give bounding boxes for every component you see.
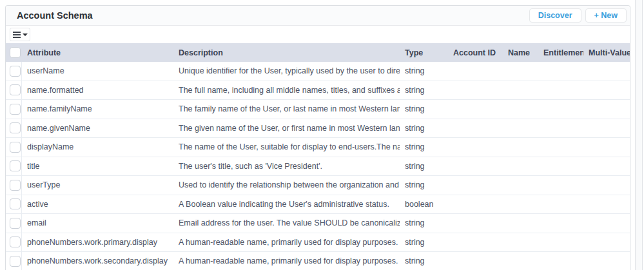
cell-multi-valued [583, 214, 630, 233]
cell-multi-valued [583, 195, 630, 214]
cell-type: string [400, 176, 448, 195]
cell-account-id [448, 233, 503, 252]
cell-account-id [448, 214, 503, 233]
cell-type: string [400, 119, 448, 138]
cell-multi-valued [583, 119, 630, 138]
cell-attribute: displayName [22, 138, 173, 157]
page-title: Account Schema [17, 10, 93, 21]
cell-name [503, 119, 538, 138]
cell-account-id [448, 119, 503, 138]
cell-account-id [448, 252, 503, 270]
cell-multi-valued [583, 81, 630, 100]
cell-entitlement [538, 62, 583, 81]
table-row[interactable]: userNameUnique identifier for the User, … [6, 62, 630, 81]
table-row[interactable]: emailEmail address for the user. The val… [6, 214, 630, 233]
column-header-description[interactable]: Description [173, 43, 400, 62]
cell-attribute: email [22, 214, 173, 233]
cell-description: Unique identifier for the User, typicall… [173, 62, 400, 81]
cell-description: The full name, including all middle name… [173, 81, 400, 100]
column-header-multi-valued[interactable]: Multi-Valued.. [583, 43, 630, 62]
vertical-scrollbar[interactable] [635, 0, 643, 270]
row-checkbox[interactable] [10, 218, 21, 229]
new-button[interactable]: + New [585, 8, 627, 23]
cell-entitlement [538, 176, 583, 195]
row-checkbox[interactable] [10, 256, 21, 267]
cell-entitlement [538, 81, 583, 100]
cell-name [503, 214, 538, 233]
cell-name [503, 157, 538, 176]
table-row[interactable]: displayNameThe name of the User, suitabl… [6, 138, 630, 157]
cell-multi-valued [583, 62, 630, 81]
discover-button[interactable]: Discover [529, 8, 581, 23]
cell-attribute: active [22, 195, 173, 214]
table-header-row: Attribute Description Type Account ID Na… [6, 43, 630, 62]
account-schema-card: Account Schema Discover + New Attribute … [5, 5, 630, 270]
select-all-checkbox[interactable] [10, 47, 21, 58]
row-checkbox[interactable] [10, 104, 21, 115]
table-row[interactable]: name.familyNameThe family name of the Us… [6, 100, 630, 119]
table-body: userNameUnique identifier for the User, … [6, 62, 630, 270]
cell-multi-valued [583, 176, 630, 195]
table-row[interactable]: phoneNumbers.work.secondary.displayA hum… [6, 252, 630, 270]
cell-entitlement [538, 195, 583, 214]
table-row[interactable]: phoneNumbers.work.primary.displayA human… [6, 233, 630, 253]
cell-name [503, 100, 538, 119]
row-checkbox[interactable] [10, 122, 21, 133]
row-checkbox[interactable] [10, 84, 21, 95]
cell-attribute: phoneNumbers.work.primary.display [22, 233, 173, 252]
cell-account-id [448, 138, 503, 157]
column-header-name[interactable]: Name [503, 43, 538, 62]
column-header-type[interactable]: Type [400, 43, 448, 62]
row-checkbox[interactable] [10, 236, 21, 247]
row-checkbox-cell [6, 81, 22, 100]
row-checkbox-cell [6, 157, 22, 176]
cell-description: Email address for the user. The value SH… [173, 214, 400, 233]
cell-multi-valued [583, 157, 630, 176]
table-row[interactable]: titleThe user's title, such as 'Vice Pre… [6, 157, 630, 177]
list-options-button[interactable] [10, 28, 30, 41]
cell-entitlement [538, 138, 583, 157]
cell-multi-valued [583, 252, 630, 270]
cell-type: string [400, 214, 448, 233]
cell-entitlement [538, 214, 583, 233]
row-checkbox-cell [6, 195, 22, 214]
cell-type: string [400, 138, 448, 157]
cell-description: A human-readable name, primarily used fo… [173, 233, 400, 252]
cell-attribute: name.givenName [22, 119, 173, 138]
cell-attribute: userType [22, 176, 173, 195]
row-checkbox[interactable] [10, 198, 21, 209]
cell-description: The given name of the User, or first nam… [173, 119, 400, 138]
row-checkbox[interactable] [10, 142, 21, 153]
cell-account-id [448, 195, 503, 214]
cell-description: The name of the User, suitable for displ… [173, 138, 400, 157]
select-all-cell [6, 43, 22, 62]
header-buttons: Discover + New [529, 8, 627, 23]
column-header-attribute[interactable]: Attribute [22, 43, 173, 62]
row-checkbox-cell [6, 100, 22, 119]
cell-type: string [400, 62, 448, 81]
schema-table: Attribute Description Type Account ID Na… [6, 43, 630, 270]
cell-type: string [400, 81, 448, 100]
cell-description: A Boolean value indicating the User's ad… [173, 195, 400, 214]
cell-name [503, 233, 538, 252]
chevron-down-icon [23, 34, 28, 36]
cell-attribute: name.familyName [22, 100, 173, 119]
table-row[interactable]: name.givenNameThe given name of the User… [6, 119, 630, 139]
table-row[interactable]: userTypeUsed to identify the relationshi… [6, 176, 630, 195]
row-checkbox[interactable] [10, 180, 21, 191]
cell-attribute: title [22, 157, 173, 176]
column-header-account-id[interactable]: Account ID [448, 43, 503, 62]
cell-account-id [448, 81, 503, 100]
column-header-entitlement[interactable]: Entitlement [538, 43, 583, 62]
row-checkbox-cell [6, 252, 22, 270]
row-checkbox[interactable] [10, 160, 21, 171]
toolbar [6, 26, 630, 43]
cell-type: string [400, 100, 448, 119]
table-row[interactable]: name.formattedThe full name, including a… [6, 81, 630, 101]
cell-account-id [448, 100, 503, 119]
cell-type: string [400, 157, 448, 176]
table-row[interactable]: activeA Boolean value indicating the Use… [6, 195, 630, 215]
cell-name [503, 176, 538, 195]
row-checkbox[interactable] [10, 66, 21, 77]
cell-name [503, 252, 538, 270]
